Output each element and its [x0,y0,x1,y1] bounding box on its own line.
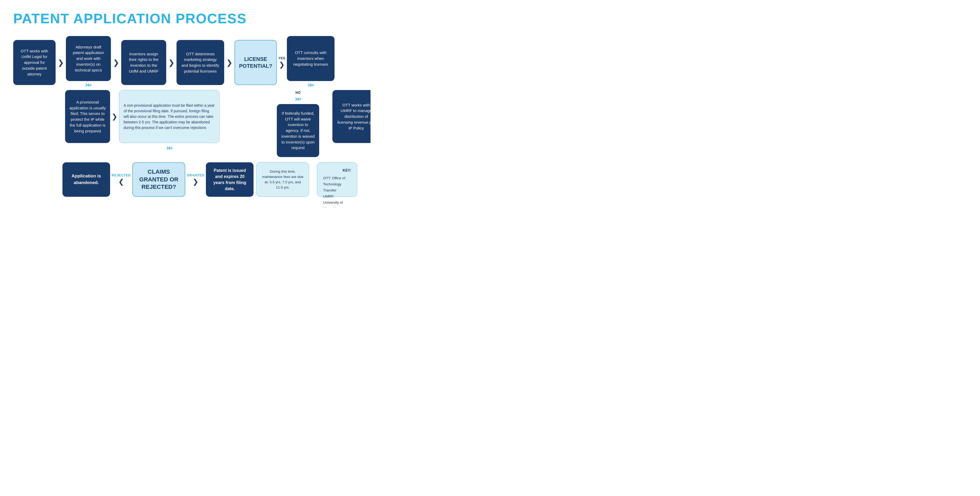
box-maintenance: During this time, maintenance fees are d… [256,162,309,197]
arrow-4-5: ❯ [224,58,234,67]
arrow-3-4: ❯ [166,58,177,67]
box-ott-marketing: OTT determines marketing strategy and be… [177,40,224,85]
box-umrf-distribution: OTT works with UMRF to manage distributi… [332,90,371,143]
arrow-no-down: ⤔ [295,95,301,103]
key-line1: OTT: Office of Technology Transfer [323,175,351,194]
box-license-potential: LICENSE POTENTIAL? [234,40,277,85]
arrow-down-3: ⤔ [119,144,220,152]
arrow-down-2: ⤔ [307,81,314,89]
granted-arrow: ❯ [192,178,199,186]
box-patent-issued: Patent is issued and expires 20 years fr… [206,162,253,197]
box-waive: If federally funded, OTT will waive inve… [277,104,319,157]
box-inventors-assign: Inventors assign their rights to the inv… [121,40,166,85]
yes-arrow: ❯ [279,61,285,69]
key-line2: UMRF: University of Memphis Research Fou… [323,194,351,207]
arrow-1-2: ❯ [56,58,66,67]
key-box: KEY: OTT: Office of Technology Transfer … [317,162,357,197]
flow-diagram: OTT works with UofM Legal for approval f… [13,36,357,197]
no-label: NO [295,91,301,94]
rejected-label: REJECTED [112,174,131,177]
arrow-provisional-info: ❯ [112,113,118,121]
key-title: KEY: [323,167,351,174]
box-nonprovisional: A non-provisional application must be fi… [119,90,220,143]
yes-label: YES [278,56,286,60]
box-attorneys-draft: Attorneys draft patent application and w… [66,36,111,81]
box-abandoned: Application is abandoned. [62,162,110,197]
box-ott-legal: OTT works with UofM Legal for approval f… [13,40,56,85]
box-ott-consults: OTT consults with inventors when negotia… [287,36,334,81]
box-claims: CLAIMS GRANTED OR REJECTED? [132,162,185,197]
granted-label: GRANTED [187,174,204,177]
arrow-down-1: ⤔ [85,81,92,89]
page-title: PATENT APPLICATION PROCESS [13,11,357,27]
rejected-arrow: ❮ [118,178,124,186]
box-provisional: A provisional application is usually fil… [65,90,110,143]
arrow-2-3: ❯ [111,58,121,67]
